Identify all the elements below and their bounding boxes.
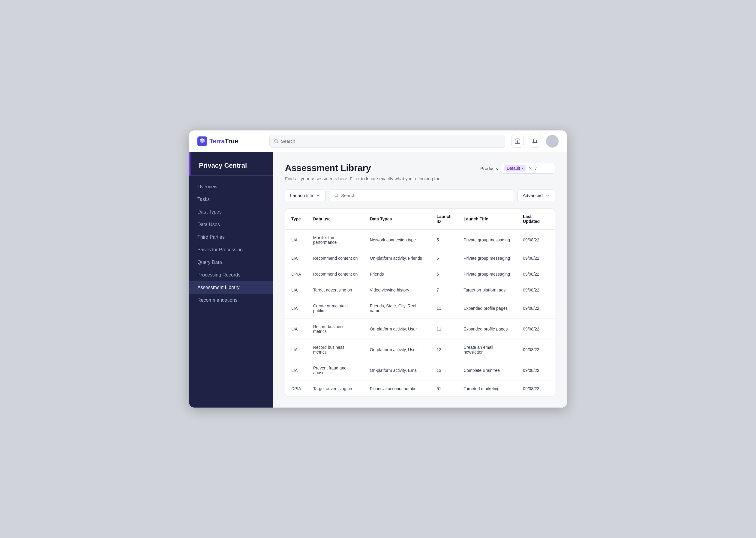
filter-dropdown-label: Launch title [290,193,313,198]
assessment-table-container: Type Data use Data Types LaunchID Launch… [285,208,555,397]
table-row[interactable]: LIA Target advertising on Video viewing … [285,282,555,298]
table-row[interactable]: LIA Monitor the performance Network conn… [285,230,555,250]
cell-last-updated: 09/08/22 [517,250,555,266]
global-search-bar[interactable] [269,135,505,147]
cell-last-updated: 09/08/22 [517,298,555,319]
cell-launch-title: Targeted marketing [457,381,517,397]
filter-row: Launch title Advanced [285,189,555,201]
cell-launch-title: Private group messaging [457,230,517,250]
advanced-label: Advanced [523,193,543,198]
cell-type: LIA [285,319,307,340]
assessment-table: Type Data use Data Types LaunchID Launch… [285,209,555,397]
search-icon [274,139,279,144]
sidebar-item-data-types[interactable]: Data Types [189,206,273,218]
cell-launch-id: 11 [431,319,457,340]
cell-data-use: Monitor the performance [307,230,364,250]
cell-launch-id: 51 [431,381,457,397]
col-last-updated: Last Updated [517,209,555,230]
cell-launch-title: Expanded profile pages [457,298,517,319]
cell-launch-id: 13 [431,360,457,381]
cell-data-types: On-platform activity, User [364,340,431,360]
table-row[interactable]: DPIA Recommend content on Friends 5 Priv… [285,266,555,282]
filter-tags-container: Default × ✕ ∨ [501,163,555,174]
sidebar-item-bases-for-processing[interactable]: Bases for Processing [189,243,273,256]
cell-last-updated: 09/08/22 [517,230,555,250]
cell-data-use: Record business metrics [307,340,364,360]
cell-launch-title: Create an email newsletter [457,340,517,360]
cell-last-updated: 09/08/22 [517,319,555,340]
table-row[interactable]: LIA Record business metrics On-platform … [285,340,555,360]
cell-type: LIA [285,360,307,381]
topbar-icons: ? [511,135,558,147]
filter-tag-default: Default × [504,165,526,172]
table-row[interactable]: LIA Prevent fraud and abuse On-platform … [285,360,555,381]
col-type: Type [285,209,307,230]
sidebar-nav: Overview Tasks Data Types Data Uses Thir… [189,178,273,309]
filter-dropdown-launch-title[interactable]: Launch title [285,189,325,201]
filter-expand-icon[interactable]: ∨ [534,166,537,171]
cell-type: LIA [285,298,307,319]
cell-launch-title: Private group messaging [457,266,517,282]
filter-tag-close[interactable]: × [521,166,524,171]
sidebar-section-title: Privacy Central [191,152,273,176]
sidebar-item-query-data[interactable]: Query Data [189,256,273,269]
products-filter: Products Default × ✕ ∨ [480,163,555,174]
global-search-input[interactable] [281,138,501,144]
search-filter-icon [334,193,339,198]
sidebar-item-assessment-library[interactable]: Assessment Library [189,281,273,294]
cell-last-updated: 09/08/22 [517,282,555,298]
page-header: Assessment Library Products Default × ✕ … [285,163,555,174]
table-row[interactable]: LIA Recommend content on On-platform act… [285,250,555,266]
help-icon: ? [514,138,520,144]
cell-data-use: Recommend content on [307,266,364,282]
cell-data-types: Friends [364,266,431,282]
cell-data-types: On-platform activity, User [364,319,431,340]
sidebar-item-overview[interactable]: Overview [189,181,273,193]
cell-launch-id: 12 [431,340,457,360]
table-row[interactable]: LIA Record business metrics On-platform … [285,319,555,340]
topbar: TerraTrue ? [189,131,567,152]
svg-line-6 [337,196,338,197]
cell-data-types: Financial account number [364,381,431,397]
notifications-button[interactable] [529,135,541,147]
table-row[interactable]: LIA Create or maintain public Friends, S… [285,298,555,319]
cell-data-use: Target advertising on [307,381,364,397]
advanced-chevron-icon [545,193,550,198]
col-launch-id: LaunchID [431,209,457,230]
col-data-use: Data use [307,209,364,230]
cell-type: DPIA [285,266,307,282]
page-title: Assessment Library [285,163,371,173]
search-filter-input[interactable] [341,193,509,198]
search-filter[interactable] [329,189,514,201]
cell-data-types: On-platform activity, Email [364,360,431,381]
products-label: Products [480,166,498,171]
cell-launch-id: 5 [431,230,457,250]
cell-data-use: Recommend content on [307,250,364,266]
table-row[interactable]: DPIA Target advertising on Financial acc… [285,381,555,397]
sidebar: Privacy Central Overview Tasks Data Type… [189,152,273,407]
cell-last-updated: 09/08/22 [517,340,555,360]
filter-clear-icon[interactable]: ✕ [529,166,532,171]
user-avatar[interactable] [546,135,558,147]
main-layout: Privacy Central Overview Tasks Data Type… [189,152,567,407]
cell-type: DPIA [285,381,307,397]
svg-line-2 [277,142,278,143]
advanced-button[interactable]: Advanced [517,189,555,201]
page-subtitle: Find all your assessments here. Filter t… [285,176,555,181]
help-button[interactable]: ? [511,135,524,147]
sidebar-item-data-uses[interactable]: Data Uses [189,218,273,231]
cell-data-use: Target advertising on [307,282,364,298]
cell-type: LIA [285,340,307,360]
bell-icon [532,138,538,144]
cell-launch-title: Private group messaging [457,250,517,266]
cell-data-use: Record business metrics [307,319,364,340]
cell-launch-id: 7 [431,282,457,298]
cell-data-use: Prevent fraud and abuse [307,360,364,381]
sidebar-item-recommendations[interactable]: Recommendations [189,294,273,306]
sidebar-item-processing-records[interactable]: Processing Records [189,269,273,281]
sidebar-item-third-parties[interactable]: Third Parties [189,231,273,243]
logo-icon [198,136,207,146]
cell-data-types: Video viewing history [364,282,431,298]
sidebar-item-tasks[interactable]: Tasks [189,193,273,206]
filter-actions: ✕ ∨ [529,166,537,171]
